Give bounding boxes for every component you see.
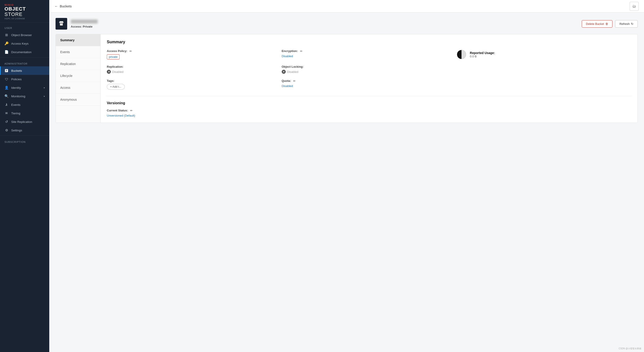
encryption-edit-icon[interactable]: ✏	[300, 50, 302, 53]
main-area: ← Buckets 🗂 Access:	[49, 0, 644, 352]
sidebar-item-object-browser[interactable]: ⊞ Object Browser	[0, 31, 49, 39]
topbar: ← Buckets 🗂	[49, 0, 644, 13]
sidebar-item-policies[interactable]: 🛡 Policies	[0, 75, 49, 83]
sidebar-item-label: Monitoring	[11, 95, 25, 98]
bucket-name-area: Access: Private	[71, 20, 98, 28]
delete-icon: 🗑	[605, 22, 608, 26]
encryption-value: Disabled	[282, 54, 456, 58]
back-label: Buckets	[60, 4, 72, 8]
quota-field: Quota: ✏ Disabled	[282, 79, 456, 90]
admin-section-label: Administrator	[0, 58, 49, 66]
sidebar-item-label: Buckets	[11, 69, 22, 72]
tab-replication[interactable]: Replication	[56, 58, 100, 70]
sidebar-item-label: Identity	[11, 86, 21, 89]
sidebar-item-settings[interactable]: ⚙ Settings	[0, 126, 49, 134]
bucket-info: Access: Private	[56, 18, 98, 30]
back-arrow-icon: ←	[55, 4, 58, 8]
refresh-button[interactable]: Refresh ↻	[615, 20, 638, 28]
tags-label: Tags:	[107, 79, 282, 83]
add-tag-button[interactable]: + Add t...	[107, 84, 125, 90]
tab-lifecycle[interactable]: Lifecycle	[56, 70, 100, 82]
sidebar-item-site-replication[interactable]: ↺ Site Replication	[0, 117, 49, 126]
encryption-label: Encryption: ✏	[282, 49, 456, 53]
current-status-edit-icon[interactable]: ✏	[130, 109, 132, 112]
encryption-link[interactable]: Disabled	[282, 55, 293, 58]
bucket-header: Access: Private Delete Bucket 🗑 Refresh …	[56, 18, 638, 30]
subscription-section-label: Subscription	[0, 136, 49, 145]
replication-status: ✕ Disabled	[107, 70, 282, 74]
app-title: OBJECT STORE	[4, 6, 45, 17]
refresh-icon: ↻	[631, 22, 634, 26]
object-locking-field: Object Locking: ✕ Disabled	[282, 65, 456, 74]
settings-icon: ⚙	[4, 128, 8, 132]
sidebar-item-label: Settings	[11, 129, 22, 132]
topbar-right: 🗂	[630, 2, 639, 11]
sidebar-item-identity[interactable]: 👤 Identity ▾	[0, 83, 49, 92]
buckets-icon	[4, 69, 8, 73]
replication-field: Replication: ✕ Disabled	[107, 65, 282, 74]
sidebar-logo: MINIO OBJECT STORE AGPL v3 LICENSE	[0, 0, 49, 23]
access-keys-icon: 🔑	[4, 42, 8, 46]
tab-access[interactable]: Access	[56, 82, 100, 94]
tiering-icon	[4, 111, 8, 115]
quota-edit-icon[interactable]: ✏	[293, 79, 296, 83]
reported-usage-value: 0.0 B	[470, 55, 495, 58]
replication-label: Replication:	[107, 65, 282, 68]
bucket-name-blurred	[71, 20, 98, 24]
folder-icon-button[interactable]: 🗂	[630, 2, 639, 11]
versioning-title: Versioning	[107, 101, 631, 105]
sidebar-item-access-keys[interactable]: 🔑 Access Keys	[0, 39, 49, 48]
bucket-tabs: Summary Events Replication Lifecycle Acc…	[56, 34, 100, 123]
user-section-label: User	[0, 23, 49, 31]
docs-icon: 📄	[4, 50, 8, 54]
back-button[interactable]: ← Buckets	[55, 4, 72, 8]
empty-cell-2	[456, 79, 631, 90]
sidebar-divider-2	[0, 135, 49, 136]
access-policy-field: Access Policy: ✏ private	[107, 49, 282, 60]
summary-title: Summary	[107, 40, 631, 44]
object-locking-label: Object Locking:	[282, 65, 456, 68]
quota-label: Quota: ✏	[282, 79, 456, 83]
access-policy-edit-icon[interactable]: ✏	[130, 50, 132, 53]
sidebar-item-events[interactable]: λ Events	[0, 100, 49, 109]
delete-label: Delete Bucket	[586, 22, 604, 26]
replication-x-icon: ✕	[107, 70, 111, 74]
sidebar-item-label: Tiering	[11, 112, 20, 115]
sidebar-item-label: Policies	[11, 78, 22, 81]
sidebar-item-label: Site Replication	[11, 120, 32, 123]
tab-summary[interactable]: Summary	[56, 34, 100, 46]
site-replication-icon: ↺	[4, 120, 8, 124]
encryption-field: Encryption: ✏ Disabled	[282, 49, 456, 60]
usage-widget: Reported Usage: 0.0 B	[456, 49, 631, 60]
quota-link[interactable]: Disabled	[282, 84, 293, 88]
refresh-label: Refresh	[619, 22, 630, 26]
sidebar-item-documentation[interactable]: 📄 Documentation	[0, 48, 49, 56]
access-policy-link[interactable]: private	[107, 54, 120, 59]
identity-icon: 👤	[4, 86, 8, 90]
summary-content: Summary Access Policy: ✏ private	[100, 34, 638, 123]
folder-icon: 🗂	[632, 4, 636, 8]
current-status-link[interactable]: Unversioned (Default)	[107, 114, 135, 117]
monitoring-icon: 🔍	[4, 94, 8, 98]
access-policy-label: Access Policy: ✏	[107, 49, 282, 53]
usage-pie-chart	[456, 49, 467, 60]
sidebar-item-label: Documentation	[11, 50, 32, 54]
current-status-value: Unversioned (Default)	[107, 114, 631, 117]
sidebar-item-buckets[interactable]: Buckets	[0, 66, 49, 75]
object-browser-icon: ⊞	[4, 33, 8, 37]
license-label: AGPL v3 LICENSE	[4, 18, 45, 20]
bucket-layout: Summary Events Replication Lifecycle Acc…	[56, 34, 638, 123]
tab-events[interactable]: Events	[56, 46, 100, 58]
delete-bucket-button[interactable]: Delete Bucket 🗑	[582, 20, 613, 28]
reported-usage-title: Reported Usage:	[470, 51, 495, 55]
reported-usage-field: Reported Usage: 0.0 B	[456, 49, 631, 60]
sidebar-item-monitoring[interactable]: 🔍 Monitoring ▾	[0, 92, 49, 100]
bucket-actions: Delete Bucket 🗑 Refresh ↻	[582, 20, 638, 28]
identity-chevron: ▾	[44, 87, 45, 89]
tab-anonymous[interactable]: Anonymous	[56, 94, 100, 106]
sidebar-divider-1	[0, 57, 49, 57]
events-icon: λ	[4, 103, 8, 107]
sidebar-item-tiering[interactable]: Tiering	[0, 109, 49, 117]
content-area: Access: Private Delete Bucket 🗑 Refresh …	[49, 13, 644, 352]
summary-grid: Access Policy: ✏ private Encryption: ✏	[107, 49, 631, 90]
